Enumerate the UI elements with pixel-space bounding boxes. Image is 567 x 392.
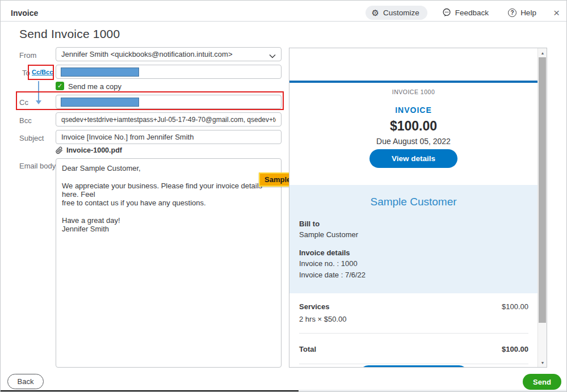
- bill-to-label: Bill to: [299, 220, 320, 228]
- gear-icon: ⚙: [372, 9, 379, 17]
- preview-due-date: Due August 05, 2022: [289, 137, 537, 146]
- invoice-date-line: Invoice date : 7/6/22: [299, 271, 366, 279]
- preview-divider: [299, 333, 528, 334]
- back-button[interactable]: Back: [7, 374, 44, 389]
- service-amount: $100.00: [502, 302, 528, 311]
- to-label: To: [22, 69, 30, 77]
- subject-input[interactable]: [56, 130, 282, 144]
- invoice-preview-panel: INVOICE 1000 INVOICE $100.00 Due August …: [289, 48, 547, 368]
- email-body-input[interactable]: Dear Sample Customer, We appreciate your…: [56, 158, 282, 368]
- close-icon: ×: [553, 7, 560, 19]
- cc-redacted-value: [61, 98, 139, 107]
- scroll-up-icon[interactable]: ▲: [538, 49, 547, 57]
- service-name: Services: [299, 302, 330, 311]
- header-actions: ⚙ Customize Feedback ? Help ×: [366, 3, 560, 22]
- total-label: Total: [299, 345, 316, 353]
- view-details-button[interactable]: View details: [369, 149, 457, 168]
- preview-invoice-ref: INVOICE 1000: [289, 88, 537, 95]
- preview-scrollbar[interactable]: ▲ ▼: [537, 48, 547, 367]
- window-title: Invoice: [11, 9, 38, 18]
- send-copy-label: Send me a copy: [68, 82, 121, 91]
- chevron-down-icon: [269, 52, 276, 60]
- window-header: Invoice ⚙ Customize Feedback ? Help ×: [1, 3, 566, 22]
- ccbcc-link[interactable]: Cc/Bcc: [32, 69, 53, 75]
- preview-top-rule: [289, 81, 537, 83]
- help-button[interactable]: ? Help: [508, 9, 536, 17]
- help-icon: ?: [508, 9, 516, 17]
- scrollbar-thumb[interactable]: [539, 57, 546, 323]
- preview-bottom-button-partial[interactable]: [360, 365, 468, 368]
- preview-customer-name: Sample Customer: [289, 196, 537, 208]
- invoice-details-label: Invoice details: [299, 248, 350, 257]
- customize-button[interactable]: ⚙ Customize: [366, 6, 427, 20]
- from-label: From: [19, 51, 36, 60]
- preview-doc-type: INVOICE: [289, 106, 537, 115]
- bcc-input[interactable]: [56, 112, 282, 127]
- email-body-label: Email body: [19, 162, 56, 170]
- subject-label: Subject: [19, 134, 44, 142]
- send-button[interactable]: Send: [523, 374, 561, 390]
- feedback-icon: [442, 8, 451, 17]
- invoice-preview-content: INVOICE 1000 INVOICE $100.00 Due August …: [289, 48, 537, 367]
- attachment-item[interactable]: Invoice-1000.pdf: [56, 146, 122, 154]
- from-select[interactable]: Jennifer Smith <quickbooks@notification.…: [56, 47, 282, 61]
- from-value: Jennifer Smith <quickbooks@notification.…: [61, 50, 233, 58]
- to-redacted-value: [61, 68, 139, 77]
- feedback-label: Feedback: [455, 9, 489, 17]
- send-copy-checkbox[interactable]: ✓: [56, 82, 64, 90]
- preview-divider-bottom: [299, 364, 528, 364]
- scroll-down-icon[interactable]: ▼: [538, 359, 547, 366]
- to-input[interactable]: [56, 65, 282, 79]
- bill-to-value: Sample Customer: [299, 230, 358, 239]
- send-invoice-window: Invoice ⚙ Customize Feedback ? Help × Se…: [0, 0, 567, 392]
- annotation-arrow-head: [36, 100, 41, 104]
- close-button[interactable]: ×: [553, 7, 560, 18]
- preview-amount: $100.00: [289, 119, 537, 134]
- annotation-arrow: [38, 81, 39, 100]
- customize-label: Customize: [383, 9, 419, 17]
- attachment-name: Invoice-1000.pdf: [66, 146, 122, 154]
- cc-input[interactable]: [56, 95, 282, 109]
- preview-customer-section: Sample Customer Bill to Sample Customer …: [289, 185, 537, 293]
- service-detail: 2 hrs × $50.00: [299, 315, 346, 323]
- page-title: Send Invoice 1000: [19, 27, 120, 41]
- invoice-number-line: Invoice no. : 1000: [299, 259, 358, 268]
- help-label: Help: [520, 9, 536, 17]
- feedback-button[interactable]: Feedback: [442, 8, 489, 17]
- paperclip-icon: [56, 146, 63, 154]
- total-amount: $100.00: [502, 345, 528, 353]
- cc-label: Cc: [19, 98, 28, 107]
- check-icon: ✓: [57, 82, 62, 90]
- bcc-label: Bcc: [19, 116, 32, 125]
